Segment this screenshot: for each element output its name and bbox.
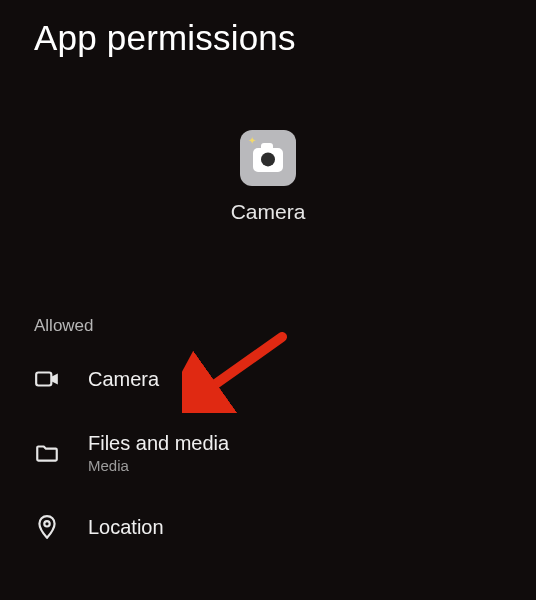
permission-item-location[interactable]: Location [0,494,536,560]
permission-item-files[interactable]: Files and media Media [0,412,536,494]
folder-icon [34,440,60,466]
location-icon [34,514,60,540]
page-title: App permissions [0,0,536,58]
permission-label: Location [88,516,164,539]
camera-icon [34,366,60,392]
permission-item-camera[interactable]: Camera [0,346,536,412]
permission-label: Files and media [88,432,229,455]
svg-point-1 [44,521,49,526]
app-icon: ✦ [240,130,296,186]
app-header: ✦ Camera [0,130,536,224]
flash-icon: ✦ [248,136,256,146]
permission-sublabel: Media [88,457,229,474]
permission-label: Camera [88,368,159,391]
app-name: Camera [231,200,306,224]
section-header-allowed: Allowed [0,316,536,336]
svg-rect-0 [36,373,51,386]
